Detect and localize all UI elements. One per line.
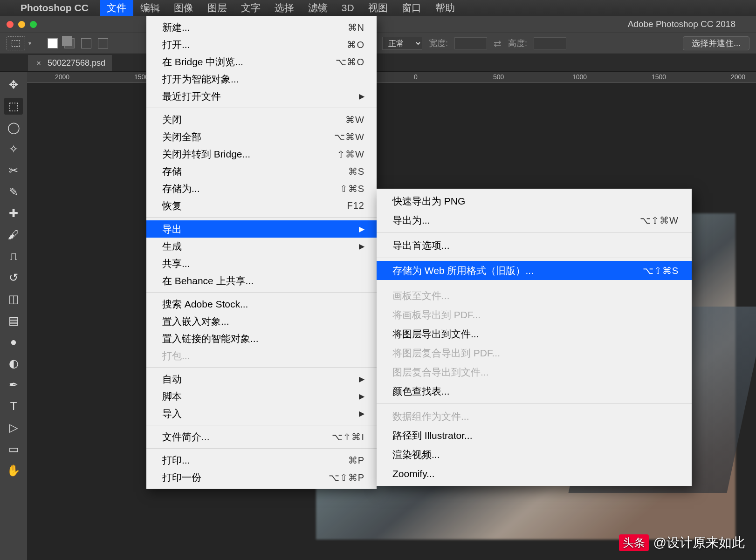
menu-item[interactable]: 搜索 Adobe Stock... <box>146 295 377 313</box>
submenu-item-label: 导出首选项... <box>392 239 679 252</box>
menu-3D[interactable]: 3D <box>335 0 361 16</box>
menu-item-label: 脚本 <box>162 390 359 403</box>
submenu-item: 将画板导出到 PDF... <box>377 305 692 324</box>
menu-item[interactable]: 打印一份⌥⇧⌘P <box>146 469 377 486</box>
path-select-tool-icon[interactable]: ▷ <box>4 419 23 436</box>
menu-图层[interactable]: 图层 <box>200 0 234 16</box>
menu-item-label: 导入 <box>162 407 359 420</box>
menu-item[interactable]: 生成▶ <box>146 238 377 255</box>
minimize-icon[interactable] <box>18 21 25 28</box>
menu-item[interactable]: 最近打开文件▶ <box>146 88 377 105</box>
eraser-tool-icon[interactable]: ◫ <box>4 291 23 307</box>
stamp-tool-icon[interactable]: ⎍ <box>4 248 23 265</box>
move-tool-icon[interactable]: ✥ <box>4 76 23 93</box>
hand-tool-icon[interactable]: ✋ <box>4 462 23 479</box>
select-and-mask-button[interactable]: 选择并遮住... <box>683 36 749 50</box>
menu-item-label: 打印一份 <box>162 471 329 484</box>
menu-item[interactable]: 自动▶ <box>146 370 377 388</box>
close-icon[interactable] <box>7 21 14 28</box>
marquee-tool-icon[interactable]: ⬚ <box>4 98 23 115</box>
menu-item: 打包... <box>146 347 377 364</box>
menu-item[interactable]: 关闭全部⌥⌘W <box>146 128 377 145</box>
menu-item[interactable]: 在 Behance 上共享... <box>146 272 377 289</box>
blur-tool-icon[interactable]: ● <box>4 334 23 350</box>
submenu-item[interactable]: 导出首选项... <box>377 236 692 255</box>
submenu-item[interactable]: Zoomify... <box>377 464 692 483</box>
magic-wand-tool-icon[interactable]: ✧ <box>4 141 23 157</box>
history-brush-tool-icon[interactable]: ↺ <box>4 269 23 286</box>
pen-tool-icon[interactable]: ✒ <box>4 376 23 393</box>
intersect-selection-icon[interactable] <box>98 38 108 48</box>
eyedropper-tool-icon[interactable]: ✎ <box>4 184 23 200</box>
menu-item[interactable]: 脚本▶ <box>146 388 377 405</box>
submenu-item-label: 快速导出为 PNG <box>392 195 679 208</box>
gradient-tool-icon[interactable]: ▤ <box>4 312 23 329</box>
submenu-item[interactable]: 颜色查找表... <box>377 382 692 401</box>
menu-item[interactable]: 恢复F12 <box>146 197 377 214</box>
submenu-item[interactable]: 渲染视频... <box>377 445 692 464</box>
menu-文字[interactable]: 文字 <box>234 0 268 16</box>
crop-tool-icon[interactable]: ✂ <box>4 162 23 179</box>
menu-选择[interactable]: 选择 <box>268 0 301 16</box>
window-titlebar: Adobe Photoshop CC 2018 <box>0 16 756 33</box>
menu-item[interactable]: 共享... <box>146 255 377 272</box>
menu-item[interactable]: 打开...⌘O <box>146 36 377 53</box>
brush-tool-icon[interactable]: 🖌 <box>4 226 23 243</box>
menu-item[interactable]: 新建...⌘N <box>146 19 377 36</box>
marquee-tool-preset-icon[interactable] <box>7 36 25 50</box>
menu-item[interactable]: 打开为智能对象... <box>146 70 377 88</box>
menu-item-label: 关闭并转到 Bridge... <box>162 148 337 161</box>
menu-item[interactable]: 导出▶ <box>146 220 377 238</box>
width-input[interactable] <box>454 37 487 49</box>
menu-视图[interactable]: 视图 <box>361 0 395 16</box>
submenu-item[interactable]: 存储为 Web 所用格式（旧版）...⌥⇧⌘S <box>377 261 692 280</box>
menu-separator <box>377 283 692 283</box>
lasso-tool-icon[interactable]: ◯ <box>4 119 23 136</box>
submenu-item-label: 将画板导出到 PDF... <box>392 308 679 321</box>
submenu-item[interactable]: 快速导出为 PNG <box>377 191 692 211</box>
swap-icon[interactable]: ⇄ <box>494 38 502 49</box>
menu-item-label: 存储 <box>162 165 348 178</box>
type-tool-icon[interactable]: T <box>4 398 23 415</box>
submenu-item[interactable]: 导出为...⌥⇧⌘W <box>377 211 692 230</box>
menu-item[interactable]: 在 Bridge 中浏览...⌥⌘O <box>146 53 377 70</box>
ruler-tick: 500 <box>493 73 504 81</box>
document-tab[interactable]: × 500227568.psd <box>28 55 112 71</box>
menu-item[interactable]: 存储为...⇧⌘S <box>146 180 377 197</box>
submenu-item[interactable]: 路径到 Illustrator... <box>377 426 692 445</box>
height-input[interactable] <box>534 37 566 49</box>
close-tab-icon[interactable]: × <box>36 59 41 68</box>
menu-滤镜[interactable]: 滤镜 <box>301 0 335 16</box>
submenu-item[interactable]: 将图层导出到文件... <box>377 324 692 343</box>
menu-item[interactable]: 关闭⌘W <box>146 111 377 128</box>
menu-文件[interactable]: 文件 <box>100 0 133 16</box>
rectangle-tool-icon[interactable]: ▭ <box>4 441 23 458</box>
menu-图像[interactable]: 图像 <box>167 0 200 16</box>
zoom-icon[interactable] <box>30 21 37 28</box>
submenu-item-label: 导出为... <box>392 214 640 227</box>
style-select[interactable]: 正常 <box>382 37 422 50</box>
menu-item-label: 新建... <box>162 21 348 34</box>
menu-item[interactable]: 置入嵌入对象... <box>146 313 377 330</box>
menu-编辑[interactable]: 编辑 <box>133 0 167 16</box>
menu-item-label: 搜索 Adobe Stock... <box>162 298 364 311</box>
app-name[interactable]: Photoshop CC <box>21 2 89 14</box>
menu-item-label: 打开... <box>162 38 347 51</box>
menu-窗口[interactable]: 窗口 <box>395 0 428 16</box>
menu-item[interactable]: 关闭并转到 Bridge...⇧⌘W <box>146 145 377 163</box>
menu-item[interactable]: 导入▶ <box>146 405 377 422</box>
new-selection-icon[interactable] <box>48 38 58 48</box>
menu-item[interactable]: 存储⌘S <box>146 163 377 180</box>
tools-panel: ✥⬚◯✧✂✎✚🖌⎍↺◫▤●◐✒T▷▭✋ <box>0 72 27 560</box>
dodge-tool-icon[interactable]: ◐ <box>4 355 23 372</box>
healing-tool-icon[interactable]: ✚ <box>4 205 23 222</box>
menu-item[interactable]: 打印...⌘P <box>146 451 377 469</box>
shortcut-label: ⌥⌘O <box>336 56 364 68</box>
menu-帮助[interactable]: 帮助 <box>428 0 462 16</box>
add-selection-icon[interactable] <box>64 38 75 48</box>
menu-item[interactable]: 文件简介...⌥⇧⌘I <box>146 428 377 445</box>
subtract-selection-icon[interactable] <box>81 38 91 48</box>
shortcut-label: ⌘O <box>347 39 364 50</box>
menu-separator <box>146 217 377 218</box>
menu-item[interactable]: 置入链接的智能对象... <box>146 330 377 347</box>
